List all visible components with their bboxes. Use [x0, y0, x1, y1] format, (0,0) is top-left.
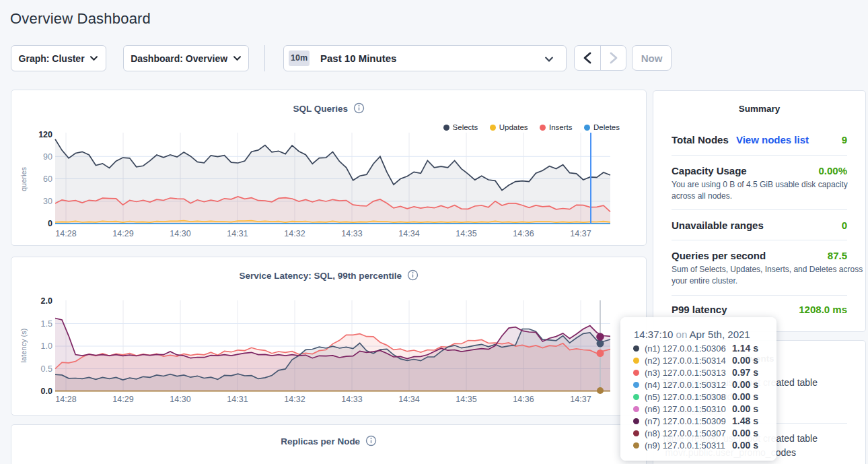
svg-text:14:30: 14:30 — [170, 395, 190, 404]
svg-text:14:30: 14:30 — [170, 229, 190, 238]
svg-text:14:33: 14:33 — [341, 229, 362, 238]
svg-text:14:31: 14:31 — [227, 229, 248, 238]
svg-text:14:28: 14:28 — [55, 229, 76, 238]
svg-text:14:35: 14:35 — [456, 395, 476, 404]
svg-text:1.5: 1.5 — [41, 319, 52, 329]
svg-text:14:32: 14:32 — [284, 229, 305, 238]
svg-text:14:37: 14:37 — [570, 229, 591, 238]
svg-text:120: 120 — [38, 130, 52, 139]
svg-text:0.5: 0.5 — [41, 364, 52, 374]
svg-text:0.0: 0.0 — [41, 387, 52, 396]
svg-text:1.0: 1.0 — [41, 341, 52, 351]
svg-text:14:33: 14:33 — [341, 395, 362, 404]
svg-text:14:36: 14:36 — [513, 395, 534, 404]
svg-text:14:34: 14:34 — [398, 395, 419, 404]
svg-text:90: 90 — [43, 152, 52, 162]
svg-text:14:35: 14:35 — [456, 229, 476, 238]
svg-text:14:29: 14:29 — [112, 395, 133, 404]
svg-text:30: 30 — [43, 197, 52, 206]
svg-text:2.0: 2.0 — [41, 296, 52, 306]
svg-text:14:37: 14:37 — [570, 395, 591, 404]
svg-text:latency (s): latency (s) — [20, 329, 28, 363]
svg-text:14:32: 14:32 — [284, 395, 305, 404]
svg-text:14:34: 14:34 — [398, 229, 419, 238]
svg-text:14:36: 14:36 — [513, 229, 534, 238]
svg-text:60: 60 — [43, 174, 52, 184]
svg-text:14:28: 14:28 — [55, 395, 76, 404]
svg-text:14:29: 14:29 — [112, 229, 133, 238]
svg-text:0: 0 — [48, 219, 52, 228]
svg-text:14:31: 14:31 — [227, 395, 248, 404]
svg-text:queries: queries — [20, 166, 28, 191]
